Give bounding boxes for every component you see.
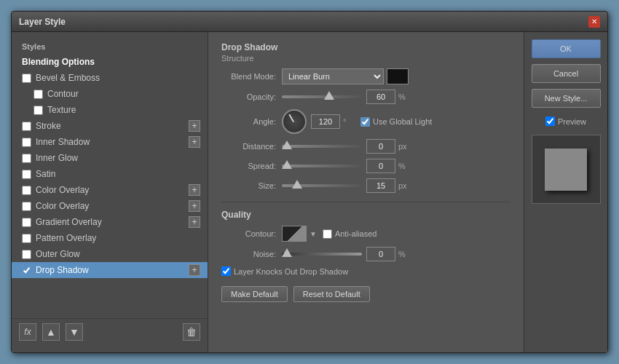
sidebar-footer: fx ▲ ▼ 🗑 bbox=[12, 318, 208, 345]
move-down-button[interactable]: ▼ bbox=[66, 323, 83, 341]
sidebar-item-gradient-overlay[interactable]: Gradient Overlay + bbox=[12, 214, 208, 230]
noise-label: Noise: bbox=[221, 250, 276, 258]
spread-input[interactable] bbox=[366, 159, 395, 173]
opacity-slider[interactable] bbox=[282, 95, 362, 98]
opacity-input[interactable] bbox=[366, 90, 395, 104]
spread-slider[interactable] bbox=[282, 165, 362, 167]
contour-row: Contour: ▼ Anti-aliased bbox=[221, 226, 510, 242]
fx-button[interactable]: fx bbox=[19, 323, 36, 341]
sidebar-item-texture[interactable]: Texture bbox=[12, 102, 208, 118]
quality-section: Quality Contour: ▼ Anti-aliased Noise: bbox=[221, 202, 510, 261]
preview-row: Preview bbox=[545, 116, 586, 126]
sidebar-item-contour[interactable]: Contour bbox=[12, 86, 208, 102]
preview-checkbox[interactable] bbox=[545, 116, 555, 126]
close-button[interactable]: ✕ bbox=[588, 16, 600, 28]
contour-label: Contour: bbox=[221, 229, 276, 238]
pattern-overlay-checkbox[interactable] bbox=[22, 234, 31, 243]
cancel-button[interactable]: Cancel bbox=[532, 64, 601, 83]
blend-mode-label: Blend Mode: bbox=[221, 72, 276, 81]
sidebar-item-color-overlay-1[interactable]: Color Overlay + bbox=[12, 182, 208, 198]
main-panel: Drop Shadow Structure Blend Mode: Linear… bbox=[208, 32, 524, 352]
use-global-light-checkbox[interactable] bbox=[360, 117, 370, 127]
distance-row: Distance: px bbox=[221, 139, 510, 154]
anti-aliased-checkbox[interactable] bbox=[323, 229, 332, 239]
blend-mode-select[interactable]: Linear Burn Normal Multiply Screen Overl… bbox=[282, 68, 384, 84]
dialog-title: Layer Style bbox=[19, 17, 66, 27]
angle-row: Angle: ° Use Global Light bbox=[221, 109, 510, 134]
layer-knocks-row: Layer Knocks Out Drop Shadow bbox=[221, 266, 510, 276]
right-panel: OK Cancel New Style... Preview bbox=[524, 32, 607, 352]
color-overlay-1-checkbox[interactable] bbox=[22, 186, 31, 195]
sidebar-header: Styles bbox=[12, 39, 208, 54]
sidebar-item-inner-glow[interactable]: Inner Glow bbox=[12, 150, 208, 166]
noise-unit: % bbox=[398, 250, 410, 258]
layer-knocks-checkbox[interactable] bbox=[221, 266, 231, 276]
size-unit: px bbox=[398, 181, 410, 190]
sidebar-item-satin[interactable]: Satin bbox=[12, 166, 208, 182]
dialog-content: Styles Blending Options Bevel & Emboss C… bbox=[12, 32, 607, 352]
anti-aliased-label[interactable]: Anti-aliased bbox=[323, 229, 376, 239]
title-bar: Layer Style ✕ bbox=[12, 12, 607, 32]
gradient-overlay-checkbox[interactable] bbox=[22, 218, 31, 227]
size-row: Size: px bbox=[221, 178, 510, 193]
bevel-emboss-checkbox[interactable] bbox=[22, 74, 31, 83]
ok-button[interactable]: OK bbox=[532, 39, 601, 58]
opacity-row: Opacity: % bbox=[221, 90, 510, 104]
distance-input[interactable] bbox=[366, 139, 395, 154]
reset-default-button[interactable]: Reset to Default bbox=[293, 286, 370, 302]
contour-swatch[interactable] bbox=[282, 226, 307, 242]
spread-row: Spread: % bbox=[221, 159, 510, 173]
gradient-overlay-plus-button[interactable]: + bbox=[189, 216, 200, 228]
color-overlay-1-plus-button[interactable]: + bbox=[189, 184, 200, 196]
size-slider[interactable] bbox=[282, 184, 362, 187]
sidebar-item-drop-shadow[interactable]: Drop Shadow + bbox=[12, 262, 208, 278]
sidebar: Styles Blending Options Bevel & Emboss C… bbox=[12, 32, 208, 352]
color-overlay-2-checkbox[interactable] bbox=[22, 202, 31, 211]
noise-input[interactable] bbox=[366, 247, 395, 261]
drop-shadow-checkbox[interactable] bbox=[22, 266, 31, 275]
spread-label: Spread: bbox=[221, 162, 276, 170]
angle-dial[interactable] bbox=[282, 109, 307, 134]
stroke-plus-button[interactable]: + bbox=[189, 120, 200, 132]
drop-shadow-plus-button[interactable]: + bbox=[189, 264, 200, 276]
outer-glow-checkbox[interactable] bbox=[22, 250, 31, 259]
sidebar-item-inner-shadow[interactable]: Inner Shadow + bbox=[12, 134, 208, 150]
sidebar-item-blending-options[interactable]: Blending Options bbox=[12, 54, 208, 70]
sidebar-item-pattern-overlay[interactable]: Pattern Overlay bbox=[12, 230, 208, 246]
layer-style-dialog: Layer Style ✕ Styles Blending Options Be… bbox=[11, 11, 608, 353]
inner-glow-checkbox[interactable] bbox=[22, 154, 31, 163]
blend-color-swatch[interactable] bbox=[387, 68, 409, 84]
spread-unit: % bbox=[398, 162, 410, 170]
texture-checkbox[interactable] bbox=[33, 106, 43, 115]
sub-section-title: Structure bbox=[221, 54, 510, 63]
satin-checkbox[interactable] bbox=[22, 170, 31, 179]
delete-button[interactable]: 🗑 bbox=[183, 323, 200, 341]
section-title: Drop Shadow bbox=[221, 42, 510, 52]
quality-title: Quality bbox=[221, 210, 510, 220]
preview-canvas bbox=[532, 135, 601, 204]
preview-label: Preview bbox=[558, 117, 586, 126]
sidebar-item-outer-glow[interactable]: Outer Glow bbox=[12, 246, 208, 262]
make-default-button[interactable]: Make Default bbox=[221, 286, 288, 302]
distance-unit: px bbox=[398, 142, 410, 151]
opacity-label: Opacity: bbox=[221, 92, 276, 101]
distance-slider[interactable] bbox=[282, 145, 362, 148]
use-global-light-label[interactable]: Use Global Light bbox=[360, 117, 432, 127]
color-overlay-2-plus-button[interactable]: + bbox=[189, 200, 200, 212]
layer-knocks-label: Layer Knocks Out Drop Shadow bbox=[234, 267, 348, 276]
contour-checkbox[interactable] bbox=[33, 90, 43, 99]
contour-arrow[interactable]: ▼ bbox=[310, 230, 317, 238]
preview-square bbox=[545, 149, 587, 191]
size-input[interactable] bbox=[366, 178, 395, 193]
new-style-button[interactable]: New Style... bbox=[532, 89, 601, 108]
sidebar-item-color-overlay-2[interactable]: Color Overlay + bbox=[12, 198, 208, 214]
inner-shadow-checkbox[interactable] bbox=[22, 138, 31, 147]
stroke-checkbox[interactable] bbox=[22, 122, 31, 131]
move-up-button[interactable]: ▲ bbox=[42, 323, 60, 341]
noise-slider[interactable] bbox=[282, 253, 362, 256]
angle-input[interactable] bbox=[311, 114, 340, 129]
angle-unit: ° bbox=[343, 117, 355, 126]
sidebar-item-stroke[interactable]: Stroke + bbox=[12, 118, 208, 134]
inner-shadow-plus-button[interactable]: + bbox=[189, 136, 200, 148]
sidebar-item-bevel-emboss[interactable]: Bevel & Emboss bbox=[12, 70, 208, 86]
